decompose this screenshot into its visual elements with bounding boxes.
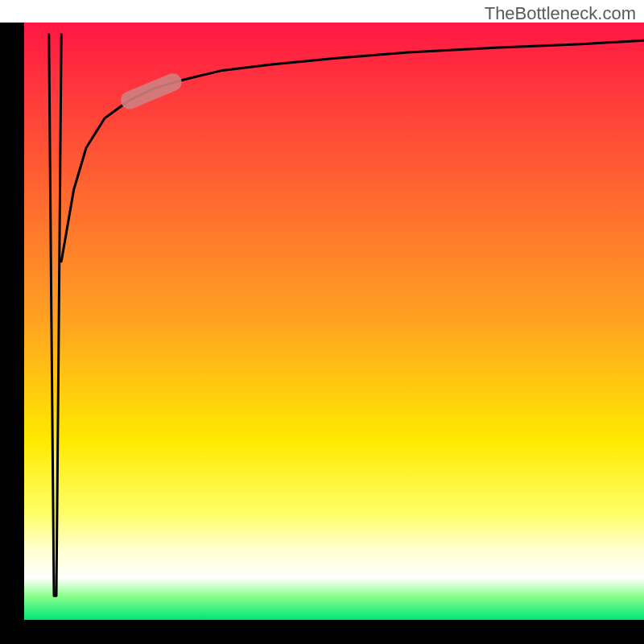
frame-bottom	[0, 620, 644, 644]
chart-container: TheBottleneck.com	[0, 0, 644, 644]
frame-left	[0, 23, 24, 644]
plot-area	[24, 23, 644, 620]
chart-svg	[0, 0, 644, 644]
attribution-text: TheBottleneck.com	[485, 3, 636, 24]
